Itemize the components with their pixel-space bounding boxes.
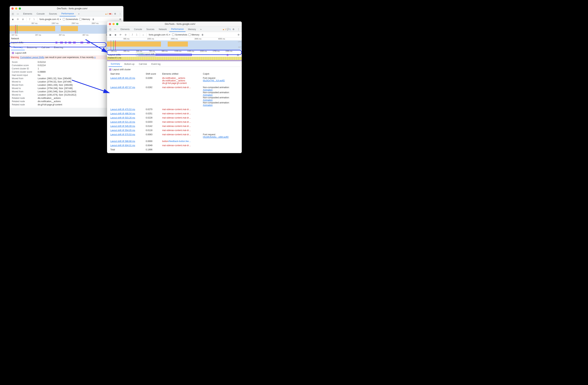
memory-checkbox[interactable]: Memory [79, 18, 90, 21]
layout-shift-link[interactable]: Layout shift @ 441.20 ms [110, 77, 135, 79]
related-node-link[interactable]: div.notification__actions [38, 97, 61, 99]
record-icon[interactable]: ◉ [11, 17, 15, 21]
ptab-bottomup[interactable]: Bottom-up [25, 45, 39, 50]
element-link[interactable]: mat-sidenav-content.mat-dr… [162, 108, 191, 111]
tab-performance[interactable]: Performance [169, 27, 186, 32]
tab-console[interactable]: Console [132, 27, 144, 32]
element-link[interactable]: mat-sidenav-content.mat-dr… [162, 125, 191, 128]
settings-icon[interactable]: ⚙ [113, 12, 117, 16]
culprit-link[interactable]: HhzMU5Ak9u…p9M.woff2 [203, 136, 229, 138]
related-node-link[interactable]: div.notification__actions [38, 100, 61, 103]
culprit-link[interactable]: t5sJIQcYNI…IUI.woff2 [203, 79, 225, 82]
tab-more[interactable]: » [76, 11, 81, 16]
element-link[interactable]: div.notification__actions [162, 79, 185, 82]
kebab-icon[interactable]: ⋮ [236, 27, 241, 31]
layout-shift-link[interactable]: Layout shift @ 503.26 ms [110, 116, 135, 119]
layout-shift-link[interactable]: Layout shift @ 457.07 ms [110, 86, 135, 89]
ptab-calltree[interactable]: Call tree [137, 62, 149, 67]
element-link[interactable]: div.notification__actions [162, 77, 185, 79]
ptab-eventlog[interactable]: Event log [149, 62, 163, 67]
ptab-bottomup[interactable]: Bottom-up [122, 62, 137, 67]
reload-record-icon[interactable]: ⟳ [119, 33, 123, 37]
upload-icon[interactable]: ⤴ [28, 17, 31, 21]
ptab-summary[interactable]: Summary [108, 61, 122, 67]
layout-shift-link[interactable]: Layout shift @ 554.05 ms [110, 129, 135, 132]
tab-elements[interactable]: Elements [119, 27, 131, 32]
layout-shifts-track[interactable]: Layout shifts 0.0269 Layout shift [107, 53, 242, 57]
inspect-icon[interactable]: ◰ [108, 27, 112, 31]
max-dot[interactable] [116, 23, 118, 25]
tab-network[interactable]: Network [157, 27, 168, 32]
layout-shift-link[interactable]: Layout shift @ 570.53 ms [110, 133, 135, 136]
cpu-overview[interactable]: CPU NET [107, 41, 242, 50]
cls-link[interactable]: Cumulative Layout Shifts [20, 56, 44, 59]
upload-icon[interactable]: ⤴ [131, 33, 134, 37]
related-node-link[interactable]: div.gf-full-page.gf-content [38, 103, 62, 106]
layout-shift-link[interactable]: Layout shift @ 486.54 ms [110, 112, 135, 115]
element-link[interactable]: mat-sidenav-content.mat-dr… [162, 133, 191, 136]
warnings-badge[interactable]: ▲ 1 [222, 28, 226, 30]
element-link[interactable]: mat-sidenav-content.mat-dr… [162, 86, 191, 89]
network-track[interactable]: Network [10, 37, 124, 41]
overview-timeline[interactable]: 997 ms 1997 ms 2997 ms 3997 ms 4997 197 … [10, 22, 124, 45]
tab-sources[interactable]: Sources [47, 11, 59, 16]
element-link[interactable]: button [162, 140, 168, 143]
tab-memory[interactable]: Memory [186, 27, 198, 32]
layout-shift-link[interactable]: Layout shift @ 470.53 ms [110, 108, 135, 111]
tab-more[interactable]: » [198, 27, 203, 32]
max-dot[interactable] [19, 7, 21, 10]
kebab-icon[interactable]: ⋮ [118, 12, 122, 16]
element-link[interactable]: mat-sidenav-content.mat-dr… [162, 112, 191, 115]
inspect-icon[interactable]: ◰ [11, 12, 15, 16]
download-icon[interactable]: ⤵ [135, 33, 138, 37]
culprit-link[interactable]: Animation [203, 99, 213, 101]
tab-performance[interactable]: Performance [60, 11, 76, 16]
ptab-calltree[interactable]: Call tree [39, 45, 52, 50]
evolved-link[interactable]: e [94, 56, 96, 59]
culprit-link[interactable]: Animation [203, 94, 213, 96]
layout-shift-link[interactable]: Layout shift @ 545.09 ms [110, 125, 135, 128]
perf-settings-icon[interactable]: ⚙ [118, 17, 122, 21]
close-dot[interactable] [11, 7, 14, 10]
min-dot[interactable] [15, 7, 17, 10]
element-link[interactable]: mat-sidenav-content.mat-dr… [162, 116, 191, 119]
element-link[interactable]: mat-sidenav-content.mat-dr… [162, 129, 191, 132]
gc-icon[interactable]: 🗑 [91, 17, 96, 21]
tab-elements[interactable]: Elements [21, 11, 34, 16]
layout-shift-link[interactable]: Layout shift @ 521.16 ms [110, 121, 135, 123]
frames-track[interactable]: Frames 67.1 ms [107, 57, 242, 60]
memory-checkbox[interactable]: Memory [189, 34, 199, 36]
screenshots-checkbox[interactable]: Screenshots [172, 34, 187, 36]
element-link[interactable]: mat-sidenav-content.mat-dr… [162, 121, 191, 123]
perf-settings-icon[interactable]: ⚙ [236, 33, 241, 37]
tab-console[interactable]: Console [35, 11, 46, 16]
home-icon[interactable]: ⌂ [142, 33, 145, 37]
ptab-summary[interactable]: Summary [11, 45, 25, 50]
clear-icon[interactable]: ⊘ [21, 17, 25, 21]
reload-record-icon[interactable]: ⟳ [16, 17, 20, 21]
download-icon[interactable]: ⤵ [32, 17, 36, 21]
overview-timeline[interactable]: 995 ms 1995 ms 2995 ms 3995 ms 4995 ms C… [107, 38, 242, 61]
settings-icon[interactable]: ⚙ [231, 27, 235, 31]
info-badge[interactable]: 💬 1 [227, 28, 231, 30]
device-icon[interactable]: ▭ [113, 27, 117, 31]
errors-badge[interactable]: ◼ 1 [109, 13, 112, 15]
layout-shifts-track[interactable]: Layout shifts [10, 41, 124, 44]
close-dot[interactable] [109, 23, 111, 25]
element-link[interactable]: mat-sidenav-content.mat-dr… [162, 144, 191, 147]
device-icon[interactable]: ▭ [16, 12, 20, 16]
live-metrics-icon[interactable]: ▣ [108, 33, 112, 37]
layout-shift-link[interactable]: Layout shift @ 588.68 ms [110, 140, 135, 143]
culprit-link[interactable]: Animation [203, 104, 213, 107]
profile-select[interactable]: fonts.google.com #1▾ [39, 18, 62, 21]
ptab-eventlog[interactable]: Event log [52, 45, 65, 50]
screenshots-checkbox[interactable]: Screenshots [63, 18, 78, 21]
gc-icon[interactable]: 🗑 [200, 33, 205, 37]
culprit-link[interactable]: Animation [203, 89, 213, 91]
min-dot[interactable] [112, 23, 115, 25]
record-icon[interactable]: ◉ [113, 33, 117, 37]
cpu-overview[interactable] [10, 25, 124, 34]
element-link[interactable]: div.gf-full-page.gf-content [162, 82, 187, 85]
warnings-badge[interactable]: ▲ 2 [105, 13, 108, 15]
layout-shift-link[interactable]: Layout shift @ 604.01 ms [110, 144, 135, 147]
